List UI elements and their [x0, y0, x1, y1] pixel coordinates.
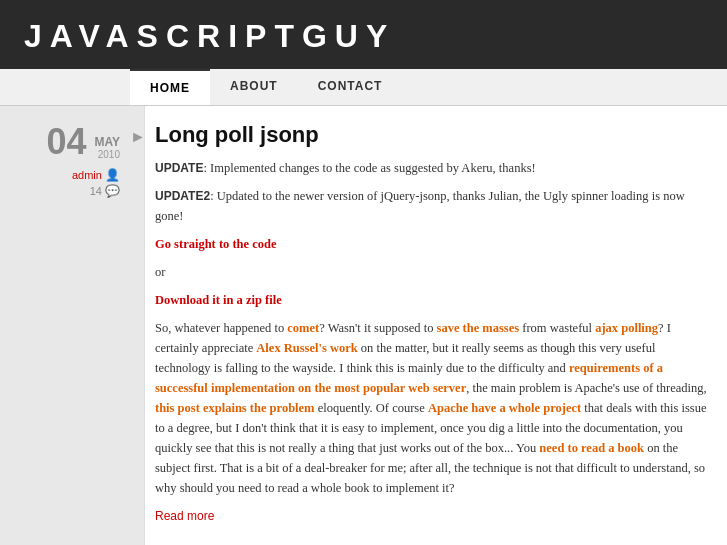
link-comet[interactable]: comet: [287, 321, 319, 335]
update1-label: UPDATE: [155, 161, 203, 175]
update2-label: UPDATE2: [155, 189, 210, 203]
link-need-book[interactable]: need to read a book: [539, 441, 644, 455]
site-title: JAVASCRIPTGUY: [24, 18, 703, 55]
post-row-1: 04 MAY 2010 admin 👤 14 💬 ►: [0, 106, 727, 545]
link-apache-project[interactable]: Apache have a whole project: [428, 401, 581, 415]
site-header: JAVASCRIPTGUY: [0, 0, 727, 69]
post-content-1: Long poll jsonp UPDATE: Implemented chan…: [144, 106, 727, 545]
link-save-masses[interactable]: save the masses: [437, 321, 520, 335]
content-area: 04 MAY 2010 admin 👤 14 💬 ►: [0, 106, 727, 545]
link-zip[interactable]: Download it in a zip file: [155, 293, 282, 307]
comments-1: 14 💬: [10, 184, 120, 198]
date-year-1: 2010: [90, 149, 120, 160]
read-more-1[interactable]: Read more: [155, 509, 214, 523]
main-nav: HOME ABOUT CONTACT: [0, 69, 727, 106]
nav-item-contact[interactable]: CONTACT: [298, 69, 403, 105]
post-1: Long poll jsonp UPDATE: Implemented chan…: [155, 122, 707, 545]
user-icon-1: 👤: [105, 168, 120, 182]
link-ajax-polling[interactable]: ajax polling: [595, 321, 658, 335]
sidebar-post-1: 04 MAY 2010 admin 👤 14 💬: [0, 106, 130, 198]
link-code[interactable]: Go straight to the code: [155, 237, 277, 251]
comment-icon-1: 💬: [105, 184, 120, 198]
date-month-1: MAY: [90, 135, 120, 149]
arrow-1: ►: [130, 106, 144, 146]
post-title-1: Long poll jsonp: [155, 122, 707, 148]
nav-item-home[interactable]: HOME: [130, 69, 210, 105]
link-alex-russel[interactable]: Alex Russel's work: [256, 341, 357, 355]
date-day-1: 04: [46, 124, 86, 160]
nav-item-about[interactable]: ABOUT: [210, 69, 298, 105]
author-1: admin 👤: [10, 168, 120, 182]
link-this-post[interactable]: this post explains the problem: [155, 401, 315, 415]
post-body-1: UPDATE: Implemented changes to the code …: [155, 158, 707, 527]
date-block-1: 04 MAY 2010: [10, 124, 120, 160]
